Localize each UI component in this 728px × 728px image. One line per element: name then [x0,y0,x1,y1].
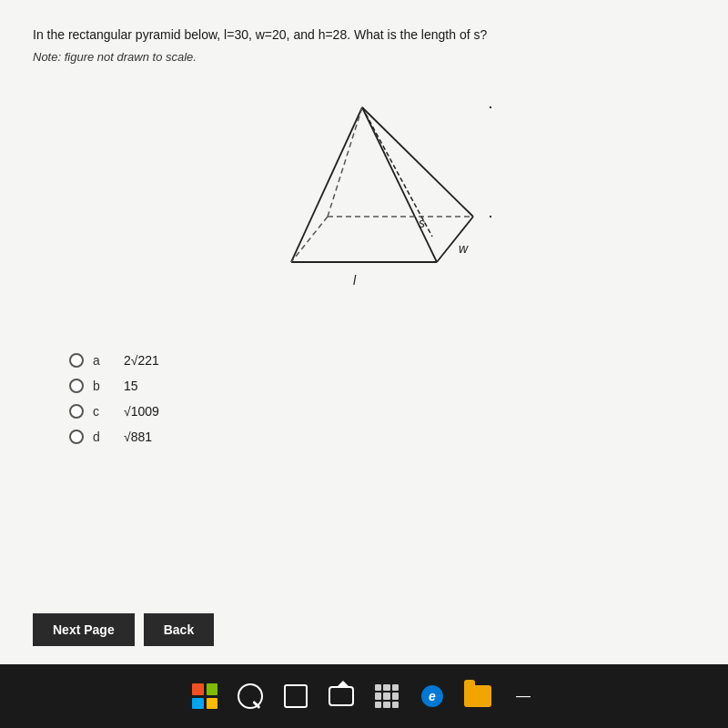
next-page-button[interactable]: Next Page [33,613,135,646]
grid-icon[interactable] [372,682,401,711]
radio-b[interactable] [69,379,84,393]
search-icon[interactable] [236,682,265,711]
svg-line-1 [362,107,437,262]
windows-icon[interactable] [190,682,219,711]
option-value-a: 2√221 [124,353,159,368]
question-text: In the rectangular pyramid below, l=30, … [33,25,695,45]
s-label: s [419,216,425,230]
svg-line-5 [328,107,362,217]
option-row-a[interactable]: a 2√221 [69,353,695,368]
taskbar: e [0,664,728,728]
camera-icon[interactable] [327,682,356,711]
task-view-icon[interactable] [281,682,310,711]
main-content: In the rectangular pyramid below, l=30, … [0,0,728,664]
svg-line-3 [362,107,473,217]
buttons-bar: Next Page Back [33,613,214,646]
l-label: l [353,273,357,288]
option-value-c: √1009 [124,404,159,419]
back-button[interactable]: Back [144,613,214,646]
edge-browser-icon[interactable]: e [418,682,447,711]
option-letter-c: c [93,404,104,419]
minimize-icon[interactable] [509,682,538,711]
note-text: Note: figure not drawn to scale. [33,50,695,64]
option-letter-b: b [93,379,104,393]
option-value-b: 15 [124,379,138,393]
option-letter-d: d [93,430,104,444]
radio-a[interactable] [69,353,84,368]
option-letter-a: a [93,353,104,368]
w-label: w [459,241,469,256]
option-row-c[interactable]: c √1009 [69,404,695,419]
option-row-d[interactable]: d √881 [69,430,695,444]
radio-d[interactable] [69,430,84,444]
radio-c[interactable] [69,404,84,419]
folder-icon[interactable] [463,682,492,711]
option-value-d: √881 [124,430,152,444]
options-container: a 2√221 b 15 c √1009 d √881 [69,353,695,444]
svg-line-0 [291,107,362,262]
option-row-b[interactable]: b 15 [69,379,695,393]
pyramid-diagram: h s w l [237,80,491,326]
diagram-container: h s w l [33,80,695,326]
